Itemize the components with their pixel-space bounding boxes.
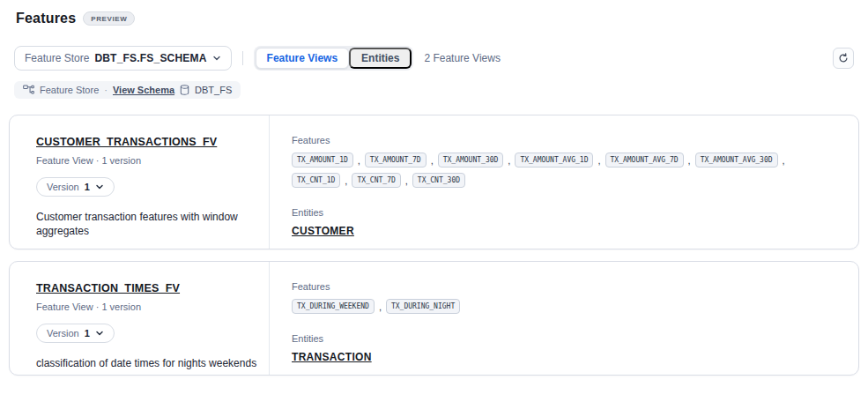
refresh-button[interactable] (833, 48, 854, 69)
entities-section-label: Entities (292, 333, 837, 344)
version-label: Version (47, 182, 79, 192)
entity-link[interactable]: TRANSACTION (292, 351, 372, 363)
feature-tag[interactable]: TX_AMOUNT_AVG_7D (605, 153, 684, 168)
feature-tag-list: TX_DURING_WEEKEND,TX_DURING_NIGHT (292, 299, 834, 314)
entity-link[interactable]: CUSTOMER (292, 225, 354, 237)
feature-store-label: Feature Store (25, 52, 89, 64)
tag-separator: , (358, 155, 360, 166)
feature-tag[interactable]: TX_AMOUNT_1D (292, 153, 353, 168)
tag-separator: , (508, 155, 510, 166)
database-icon (180, 85, 189, 95)
features-page: Features PREVIEW Feature Store DBT_FS.FS… (0, 0, 868, 402)
feature-view-name-link[interactable]: CUSTOMER_TRANSACTIONS_FV (36, 136, 217, 148)
feature-tag[interactable]: TX_AMOUNT_30D (438, 153, 504, 168)
feature-view-meta: Feature View · 1 version (36, 155, 269, 166)
card-detail-panel: Features TX_DURING_WEEKEND,TX_DURING_NIG… (270, 262, 858, 375)
tag-separator: , (379, 302, 382, 312)
feature-tag[interactable]: TX_CNT_7D (352, 173, 400, 188)
version-label: Version (47, 328, 79, 339)
refresh-icon (838, 53, 849, 63)
feature-view-meta: Feature View · 1 version (36, 302, 269, 312)
feature-view-name-link[interactable]: TRANSACTION_TIMES_FV (36, 282, 180, 294)
feature-tag[interactable]: TX_AMOUNT_AVG_30D (695, 153, 778, 168)
feature-tag-list: TX_AMOUNT_1D,TX_AMOUNT_7D,TX_AMOUNT_30D,… (292, 153, 834, 188)
version-value: 1 (85, 328, 90, 339)
feature-tag[interactable]: TX_CNT_30D (412, 173, 465, 188)
card-detail-panel: Features TX_AMOUNT_1D,TX_AMOUNT_7D,TX_AM… (270, 115, 858, 249)
entity-link-list: TRANSACTION (292, 344, 837, 364)
feature-tag[interactable]: TX_CNT_1D (292, 173, 340, 188)
breadcrumb: Feature Store · View Schema DBT_FS (14, 81, 241, 99)
page-title: Features (16, 11, 76, 26)
features-section-label: Features (292, 135, 837, 145)
tag-separator: , (597, 155, 600, 166)
toolbar: Feature Store DBT_FS.FS_SCHEMA Feature V… (14, 46, 854, 71)
entities-section-label: Entities (292, 207, 837, 218)
feature-store-lineage-icon (23, 85, 34, 95)
tag-separator: , (431, 155, 434, 166)
feature-store-dropdown[interactable]: Feature Store DBT_FS.FS_SCHEMA (14, 46, 232, 71)
view-tabs: Feature ViewsEntities (254, 46, 414, 71)
tag-separator: , (783, 155, 785, 166)
version-value: 1 (85, 182, 90, 192)
feature-view-description: Customer transaction features with windo… (36, 210, 261, 238)
feature-tag[interactable]: TX_DURING_NIGHT (386, 299, 460, 314)
feature-view-list: CUSTOMER_TRANSACTIONS_FV Feature View · … (9, 115, 859, 376)
feature-view-card: CUSTOMER_TRANSACTIONS_FV Feature View · … (9, 115, 859, 249)
feature-view-description: classification of date times for nights … (36, 356, 261, 370)
chevron-down-icon (95, 182, 104, 191)
tab-feature-views[interactable]: Feature Views (256, 48, 349, 69)
feature-views-count: 2 Feature Views (424, 52, 501, 64)
card-summary-panel: CUSTOMER_TRANSACTIONS_FV Feature View · … (10, 115, 270, 249)
breadcrumb-database-name: DBT_FS (195, 85, 232, 95)
feature-view-card: TRANSACTION_TIMES_FV Feature View · 1 ve… (9, 261, 859, 376)
feature-store-value: DBT_FS.FS_SCHEMA (94, 52, 206, 64)
features-section-label: Features (292, 281, 837, 292)
tag-separator: , (405, 175, 408, 186)
view-schema-link[interactable]: View Schema (113, 85, 174, 95)
toolbar-divider (242, 51, 243, 65)
tab-entities[interactable]: Entities (349, 48, 412, 69)
card-summary-panel: TRANSACTION_TIMES_FV Feature View · 1 ve… (10, 262, 270, 375)
entity-link-list: CUSTOMER (292, 218, 837, 238)
tag-separator: , (345, 175, 347, 186)
breadcrumb-store-label: Feature Store (40, 85, 99, 95)
chevron-down-icon (212, 54, 221, 63)
version-dropdown[interactable]: Version 1 (36, 177, 115, 197)
chevron-down-icon (95, 329, 104, 338)
feature-tag[interactable]: TX_AMOUNT_AVG_1D (515, 153, 593, 168)
page-header: Features PREVIEW (16, 11, 135, 26)
tag-separator: , (688, 155, 691, 166)
version-dropdown[interactable]: Version 1 (36, 324, 115, 343)
feature-tag[interactable]: TX_DURING_WEEKEND (292, 299, 375, 314)
breadcrumb-separator: · (104, 85, 108, 95)
preview-badge: PREVIEW (83, 11, 135, 26)
feature-tag[interactable]: TX_AMOUNT_7D (365, 153, 427, 168)
